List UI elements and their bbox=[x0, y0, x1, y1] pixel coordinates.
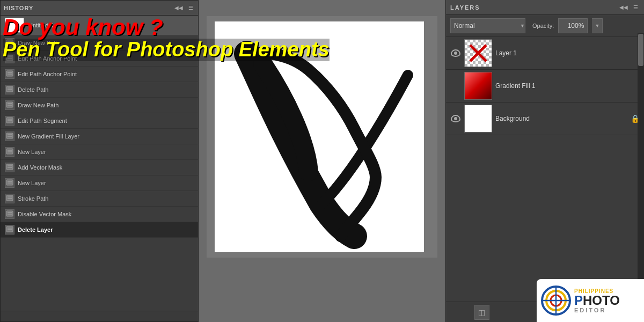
layers-panel: LAYERS ◀◀ ☰ Normal Opacity: 100% ▼ Layer… bbox=[445, 0, 644, 322]
history-item-icon bbox=[5, 38, 14, 48]
opacity-label: Opacity: bbox=[532, 23, 554, 29]
history-panel-title: HISTORY bbox=[4, 5, 33, 11]
svg-rect-30 bbox=[6, 195, 13, 201]
history-item-new-layer-2[interactable]: New Layer bbox=[1, 175, 198, 191]
svg-rect-24 bbox=[6, 164, 13, 170]
svg-rect-15 bbox=[6, 118, 13, 123]
history-item-disable-vector-mask[interactable]: Disable Vector Mask bbox=[1, 207, 198, 222]
eye-icon bbox=[451, 115, 460, 122]
history-item-icon bbox=[5, 194, 14, 203]
history-item-label: Edit Path Segment bbox=[18, 118, 67, 124]
history-item-icon bbox=[5, 147, 14, 157]
history-item-label: Delete Layer bbox=[18, 226, 53, 233]
svg-rect-27 bbox=[6, 180, 13, 185]
snapshot-label: Untitled-1 bbox=[28, 22, 54, 28]
panel-controls: ◀◀ ☰ bbox=[173, 4, 195, 11]
snapshot-thumbnail bbox=[5, 18, 24, 33]
history-item-label: New Layer bbox=[18, 149, 46, 155]
history-item-label: Stroke Path bbox=[18, 195, 48, 202]
history-item-label: New Gradient Fill Layer bbox=[18, 133, 79, 140]
history-item-icon bbox=[5, 69, 14, 79]
layer-name-gradient-fill-1: Gradient Fill 1 bbox=[495, 82, 640, 90]
logo-editor-text: EDITOR bbox=[574, 307, 620, 313]
history-item-label: Add Vector Mask bbox=[18, 164, 62, 171]
layer-visibility-background[interactable] bbox=[450, 113, 461, 124]
history-item-draw-new-path-2[interactable]: Draw New Path bbox=[1, 98, 198, 113]
logo-photo-text: PHOTO bbox=[574, 294, 620, 307]
history-items-list: Draw New PathEdit Path Anchor PointEdit … bbox=[1, 35, 198, 313]
layers-collapse-btn[interactable]: ◀◀ bbox=[618, 4, 630, 11]
layer-thumb-layer1 bbox=[464, 39, 492, 67]
history-item-icon bbox=[5, 116, 14, 126]
svg-rect-3 bbox=[6, 55, 13, 61]
layer-visibility-gradient-fill-1[interactable] bbox=[450, 80, 461, 91]
logo-text-block: PHILIPPINES PHOTO EDITOR bbox=[574, 288, 620, 313]
layer-row-layer1[interactable]: Layer 1 bbox=[446, 37, 644, 70]
history-item-label: Draw New Path bbox=[18, 40, 58, 46]
history-item-edit-path-anchor-1[interactable]: Edit Path Anchor Point bbox=[1, 51, 198, 67]
layer-visibility-layer1[interactable] bbox=[450, 48, 461, 58]
layers-menu-btn[interactable]: ☰ bbox=[632, 4, 640, 11]
svg-rect-21 bbox=[6, 149, 13, 154]
history-item-edit-path-anchor-2[interactable]: Edit Path Anchor Point bbox=[1, 67, 198, 82]
history-item-icon bbox=[5, 209, 14, 219]
logo-hoto: HOTO bbox=[583, 293, 620, 308]
history-item-icon bbox=[5, 85, 14, 94]
layer-row-gradient-fill-1[interactable]: Gradient Fill 1 bbox=[446, 70, 644, 103]
history-item-icon bbox=[5, 100, 14, 110]
history-item-stroke-path[interactable]: Stroke Path bbox=[1, 191, 198, 207]
history-bottom-bar bbox=[1, 311, 198, 321]
history-snapshot[interactable]: Untitled-1 bbox=[1, 16, 198, 35]
history-item-label: Edit Path Anchor Point bbox=[18, 55, 77, 62]
new-fill-layer-btn[interactable]: ◫ bbox=[474, 305, 489, 320]
history-item-icon bbox=[5, 225, 14, 235]
layer-row-background[interactable]: Background🔒 bbox=[446, 103, 644, 135]
eye-icon bbox=[451, 49, 460, 57]
history-item-icon bbox=[5, 163, 14, 172]
layers-panel-controls: ◀◀ ☰ bbox=[618, 4, 640, 11]
history-panel-header: HISTORY ◀◀ ☰ bbox=[1, 1, 198, 16]
layers-list: Layer 1Gradient Fill 1Background🔒 bbox=[446, 37, 644, 135]
history-item-label: Disable Vector Mask bbox=[18, 211, 71, 217]
logo-circle bbox=[541, 286, 571, 316]
history-item-edit-path-segment[interactable]: Edit Path Segment bbox=[1, 113, 198, 129]
history-item-icon bbox=[5, 54, 14, 63]
history-item-new-gradient-fill-layer[interactable]: New Gradient Fill Layer bbox=[1, 129, 198, 144]
history-item-label: Draw New Path bbox=[18, 102, 58, 108]
layers-panel-header: LAYERS ◀◀ ☰ bbox=[446, 0, 644, 15]
canvas-svg bbox=[215, 21, 424, 252]
history-item-draw-new-path-1[interactable]: Draw New Path bbox=[1, 35, 198, 51]
panel-menu-btn[interactable]: ☰ bbox=[187, 4, 195, 11]
svg-rect-6 bbox=[6, 71, 13, 76]
layers-blend-row: Normal Opacity: 100% ▼ bbox=[446, 15, 644, 37]
layers-panel-title: LAYERS bbox=[450, 4, 480, 11]
layer-thumb-background bbox=[464, 105, 492, 133]
layer-thumb-gradient-fill-1 bbox=[464, 72, 492, 100]
svg-rect-12 bbox=[6, 102, 13, 107]
history-item-delete-layer[interactable]: Delete Layer bbox=[1, 222, 198, 238]
logo-badge: PHILIPPINES PHOTO EDITOR bbox=[537, 279, 644, 322]
blend-mode-wrapper: Normal bbox=[450, 18, 528, 33]
canvas-area bbox=[207, 16, 437, 258]
history-item-add-vector-mask[interactable]: Add Vector Mask bbox=[1, 160, 198, 175]
layers-scrollbar[interactable] bbox=[638, 33, 644, 302]
history-panel: HISTORY ◀◀ ☰ Untitled-1 Draw New PathEdi… bbox=[0, 0, 199, 322]
history-item-icon bbox=[5, 178, 14, 188]
history-item-label: Edit Path Anchor Point bbox=[18, 71, 77, 77]
opacity-value[interactable]: 100% bbox=[558, 18, 588, 33]
history-item-icon bbox=[5, 131, 14, 141]
logo-p: P bbox=[574, 293, 583, 308]
history-item-delete-path[interactable]: Delete Path bbox=[1, 82, 198, 98]
history-item-new-layer-1[interactable]: New Layer bbox=[1, 144, 198, 160]
panel-collapse-btn[interactable]: ◀◀ bbox=[173, 4, 185, 11]
svg-rect-33 bbox=[6, 211, 13, 216]
blend-mode-select[interactable]: Normal bbox=[450, 18, 525, 33]
scrollbar-thumb bbox=[638, 34, 643, 66]
svg-rect-9 bbox=[6, 86, 13, 92]
canvas-content bbox=[215, 21, 424, 252]
opacity-dropdown-btn[interactable]: ▼ bbox=[592, 18, 603, 33]
layer-name-background: Background bbox=[495, 115, 627, 122]
svg-rect-0 bbox=[6, 40, 13, 45]
layer-name-layer1: Layer 1 bbox=[495, 49, 640, 57]
history-item-label: New Layer bbox=[18, 180, 46, 186]
